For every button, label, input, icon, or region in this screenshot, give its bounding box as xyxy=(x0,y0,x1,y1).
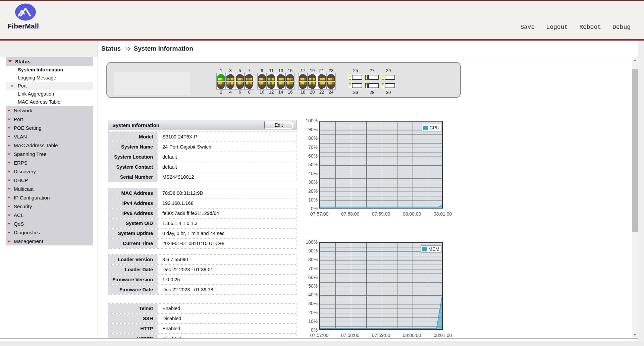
rj45-port[interactable] xyxy=(298,81,308,90)
sidebar-group-label: Status xyxy=(15,59,31,64)
y-tick-label: 0% xyxy=(304,327,318,333)
rj45-port[interactable] xyxy=(317,73,326,81)
sidebar-group[interactable]: IP Configuration xyxy=(6,193,93,202)
rj45-port[interactable] xyxy=(267,73,276,81)
rj45-port[interactable] xyxy=(245,81,254,90)
sidebar-group[interactable]: Diagnostics xyxy=(6,228,93,237)
sfp-port[interactable] xyxy=(365,75,379,80)
rj45-port[interactable] xyxy=(226,81,235,90)
sidebar-item[interactable]: Port xyxy=(6,82,93,90)
row-value: Enabled xyxy=(158,324,296,333)
sidebar-group-label: Management xyxy=(14,238,43,244)
header-nav-link[interactable]: Logout xyxy=(546,24,568,31)
rj45-port[interactable] xyxy=(267,81,276,90)
port-number: 18 xyxy=(301,90,305,95)
sidebar-group[interactable]: Spanning Tree xyxy=(6,150,93,158)
chevron-down-icon xyxy=(8,213,10,216)
rj45-port[interactable] xyxy=(257,81,267,90)
rj45-port[interactable] xyxy=(245,73,254,81)
row-label: System Contact xyxy=(108,162,158,172)
sidebar-group[interactable]: Network xyxy=(6,106,93,115)
header-nav-link[interactable]: Save xyxy=(520,24,535,31)
sidebar-group[interactable]: MAC Address Table xyxy=(6,141,93,150)
sidebar-item[interactable]: Logging Message xyxy=(6,74,93,82)
sfp-slot-icon xyxy=(385,83,395,88)
rj45-port[interactable] xyxy=(276,81,285,90)
y-tick-label: 80% xyxy=(304,135,318,141)
row-value: 3.6.7.55090 xyxy=(158,255,296,264)
rj45-port[interactable] xyxy=(276,73,285,81)
rj45-pins-icon xyxy=(218,78,224,80)
rj45-port[interactable] xyxy=(235,73,245,81)
x-tick-label: 07:59:00 xyxy=(372,333,390,338)
frame-bottom-border xyxy=(0,338,638,339)
rj45-port-column: 1516 xyxy=(285,68,295,95)
fibermall-logo: FiberMall xyxy=(7,3,54,30)
chevron-down-icon xyxy=(8,117,10,120)
vertical-scrollbar[interactable]: ▲ ▼ xyxy=(632,57,638,338)
sidebar-group[interactable]: Port xyxy=(6,115,93,123)
rj45-port[interactable] xyxy=(317,81,326,90)
main-content: 12345678 910111213141516 171819202122232… xyxy=(98,57,632,338)
table-row: Firmware Date Dec 22 2023 - 01:39:18 xyxy=(108,285,296,295)
sidebar-group[interactable]: ACL xyxy=(6,211,93,219)
rj45-port[interactable] xyxy=(285,73,295,81)
sidebar-group[interactable]: ERPS xyxy=(6,158,93,167)
sfp-port[interactable] xyxy=(365,83,379,88)
rj45-pins-icon xyxy=(287,78,293,80)
header-nav-link[interactable]: Debug xyxy=(612,24,631,31)
rj45-port[interactable] xyxy=(257,73,267,81)
scroll-up-button[interactable]: ▲ xyxy=(632,57,638,63)
rj45-port[interactable] xyxy=(326,81,336,90)
rj45-port-column: 78 xyxy=(245,68,254,95)
port-number: 5 xyxy=(238,68,241,73)
sfp-port[interactable] xyxy=(382,75,395,80)
x-tick-label: 08:00:00 xyxy=(403,211,421,217)
sidebar-item[interactable]: Link Aggregation xyxy=(6,90,93,98)
right-gutter xyxy=(638,41,644,346)
chevron-down-icon xyxy=(8,134,10,137)
y-tick-label: 50% xyxy=(304,162,318,167)
rj45-pins-icon xyxy=(328,78,334,80)
rj45-port[interactable] xyxy=(216,73,226,81)
rj45-port[interactable] xyxy=(235,81,245,90)
rj45-pins-icon xyxy=(227,82,233,84)
port-number: 12 xyxy=(269,90,274,95)
sidebar-group[interactable]: QoS xyxy=(6,219,93,228)
sidebar-item[interactable]: MAC Address Table xyxy=(6,98,93,106)
port-number: 7 xyxy=(248,68,250,73)
sidebar-group[interactable]: DHCP xyxy=(6,176,93,184)
sidebar-group-status[interactable]: Status xyxy=(6,57,93,66)
sidebar-group-label: POE Setting xyxy=(14,125,42,131)
table-row: Model S3100-24T6X-P xyxy=(108,132,296,142)
sidebar-group[interactable]: Multicast xyxy=(6,184,93,193)
sidebar-group[interactable]: VLAN xyxy=(6,132,93,141)
rj45-port[interactable] xyxy=(326,73,336,81)
sfp-slot-icon xyxy=(368,83,379,88)
rj45-port[interactable] xyxy=(308,81,317,90)
rj45-port[interactable] xyxy=(298,73,308,81)
sfp-port[interactable] xyxy=(349,75,362,80)
row-label: System Location xyxy=(108,152,158,162)
sidebar-group[interactable]: Management xyxy=(6,237,93,245)
rj45-port[interactable] xyxy=(285,81,295,90)
chevron-down-icon xyxy=(8,187,10,189)
rj45-port-column: 2122 xyxy=(317,68,326,95)
header-nav-link[interactable]: Reboot xyxy=(579,24,601,31)
scrollbar-thumb[interactable] xyxy=(632,69,638,232)
scroll-down-button[interactable]: ▼ xyxy=(632,332,638,338)
rj45-port[interactable] xyxy=(308,73,317,81)
sidebar-group[interactable]: Security xyxy=(6,202,93,211)
sfp-port[interactable] xyxy=(349,83,362,88)
rj45-port[interactable] xyxy=(216,81,226,90)
sidebar-group[interactable]: POE Setting xyxy=(6,123,93,132)
sfp-column: 25 xyxy=(348,68,363,95)
row-label: SSH xyxy=(108,314,158,323)
rj45-port[interactable] xyxy=(226,73,235,81)
chevron-down-icon xyxy=(8,230,10,233)
sidebar-item[interactable]: System Information xyxy=(6,66,93,74)
sidebar-group[interactable]: Discovery xyxy=(6,167,93,176)
edit-button[interactable]: Edit xyxy=(264,121,293,129)
sfp-port[interactable] xyxy=(382,83,395,88)
table-group-services: Telnet Enabled SSH Disabled HTTP Enabled xyxy=(108,303,297,338)
